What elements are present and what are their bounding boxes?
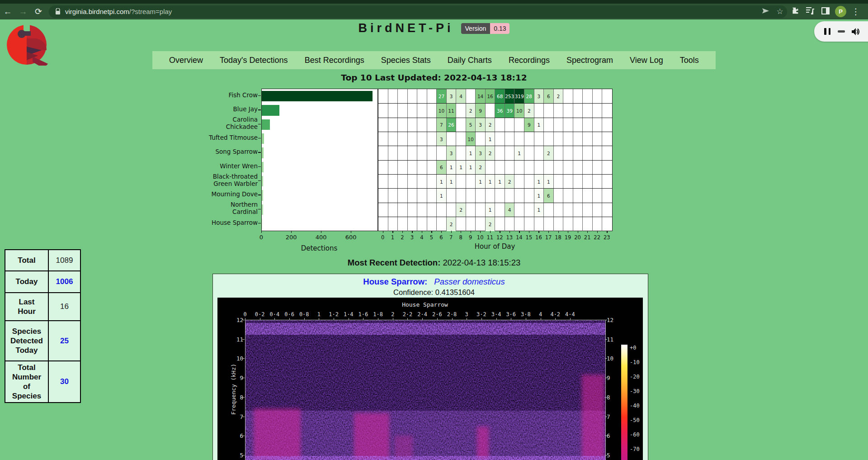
- heatmap-cell: [602, 161, 612, 175]
- stats-value[interactable]: 30: [49, 361, 80, 402]
- heatmap-cell: 2: [447, 217, 457, 231]
- volume-icon[interactable]: [851, 27, 861, 36]
- heatmap-cell: [437, 146, 447, 160]
- detection-common-name-link[interactable]: House Sparrow:: [363, 277, 427, 286]
- species-label: Fish Crow: [198, 92, 258, 99]
- heatmap-cell: [388, 203, 398, 217]
- nav-item-view-log[interactable]: View Log: [630, 56, 663, 65]
- heatmap-cell: [398, 189, 408, 203]
- top10-updated-text: Top 10 Last Updated: 2022-04-13 18:12: [0, 73, 868, 82]
- heatmap-cell: 2: [505, 175, 515, 189]
- heatmap-cell: 10: [466, 132, 476, 146]
- heatmap-cell: [583, 189, 593, 203]
- extensions-puzzle-icon[interactable]: [787, 6, 802, 17]
- heatmap-cell: [602, 189, 612, 203]
- spectrogram-y-tick-label-right: 12: [607, 317, 613, 323]
- detection-header: House Sparrow: Passer domesticus: [0, 277, 868, 287]
- detections-bar: [262, 218, 262, 229]
- spectrogram-x-tick: [467, 318, 467, 320]
- heatmap-cell: 2: [554, 89, 564, 103]
- heatmap-cell: [573, 104, 583, 118]
- hour-axis-tick: [538, 231, 539, 233]
- heatmap-cell: 9: [476, 104, 486, 118]
- heatmap-cell: 1: [466, 146, 476, 160]
- forward-icon[interactable]: →: [15, 7, 31, 17]
- spectrogram-x-tick: [349, 318, 349, 320]
- nav-item-tools[interactable]: Tools: [680, 56, 699, 65]
- spectrogram-x-tick: [555, 318, 556, 320]
- spectrogram-y-tick-label-right: 11: [607, 336, 613, 342]
- species-label: Tufted Titmouse: [198, 134, 258, 142]
- spectrogram-y-tick: [242, 436, 245, 436]
- spectrogram-x-tick-label: 1·4: [344, 311, 354, 318]
- hour-axis-tick: [490, 231, 491, 233]
- heatmap-cell: 3: [476, 118, 486, 132]
- heatmap-cell: [514, 118, 524, 132]
- heatmap-cell: [602, 217, 612, 231]
- nav-item-today-s-detections[interactable]: Today's Detections: [220, 56, 288, 65]
- heatmap-cell: [583, 161, 593, 175]
- hour-axis-tick: [548, 231, 549, 233]
- heatmap-cell: [466, 203, 476, 217]
- spectrogram-y-tick: [242, 320, 245, 320]
- hour-axis-tick: [500, 231, 500, 233]
- stats-value[interactable]: 25: [49, 321, 80, 360]
- heatmap-cell: 1: [486, 132, 495, 146]
- heatmap-cell: [583, 104, 593, 118]
- hour-axis-tick: [480, 231, 481, 233]
- heatmap-cell: [573, 132, 583, 146]
- spectrogram-x-tick-label: 4: [539, 311, 542, 318]
- nav-item-daily-charts[interactable]: Daily Charts: [448, 56, 492, 65]
- heatmap-cell: [505, 132, 515, 146]
- spectrogram-title: House Sparrow: [217, 301, 632, 308]
- pause-icon[interactable]: [824, 28, 830, 35]
- back-icon[interactable]: ←: [0, 7, 15, 17]
- heatmap-cell: [495, 217, 505, 231]
- hour-axis-tick: [587, 231, 588, 233]
- nav-item-overview[interactable]: Overview: [169, 56, 203, 65]
- heatmap-cell: [486, 161, 495, 175]
- heatmap-cell: [573, 217, 583, 231]
- profile-avatar[interactable]: P: [835, 6, 846, 17]
- heatmap-cell: [427, 203, 437, 217]
- detection-scientific-name-link[interactable]: Passer domesticus: [434, 277, 505, 286]
- spectrogram-x-tick-label: 0·6: [284, 311, 294, 318]
- heatmap-cell: [593, 146, 603, 160]
- heatmap-cell: 1: [447, 161, 457, 175]
- spectrogram-x-tick: [481, 318, 482, 320]
- spectrogram-x-tick: [496, 318, 497, 320]
- hour-axis-tick-label: 5: [430, 234, 433, 241]
- address-bar[interactable]: virginia.birdnetpi.com/?stream=play ☆: [49, 5, 787, 18]
- spectrogram-y-tick: [242, 417, 245, 417]
- media-controls-icon[interactable]: [802, 6, 818, 17]
- send-to-device-icon[interactable]: [758, 7, 773, 16]
- heatmap-cell: [563, 132, 573, 146]
- spectrogram-y-tick-label-right: 10: [607, 355, 613, 362]
- spectrogram-x-tick: [304, 318, 305, 320]
- spectrogram-x-tick-label: 4·4: [565, 311, 575, 318]
- heatmap-cell: [593, 89, 603, 103]
- detection-confidence: Confidence: 0.41351604: [0, 288, 868, 297]
- heatmap-cell: [417, 104, 427, 118]
- side-panel-icon[interactable]: [818, 7, 833, 17]
- heatmap-cell: [505, 118, 515, 132]
- nav-item-recordings[interactable]: Recordings: [509, 56, 550, 65]
- heatmap-cell: [378, 104, 388, 118]
- seek-handle[interactable]: [838, 30, 845, 33]
- nav-item-best-recordings[interactable]: Best Recordings: [305, 56, 364, 65]
- heatmap-cell: 1: [514, 146, 524, 160]
- hour-axis-tick-label: 0: [381, 234, 384, 241]
- heatmap-cell: [505, 161, 515, 175]
- lock-icon[interactable]: [55, 8, 61, 15]
- species-label: Northern Cardinal: [198, 201, 258, 216]
- bookmark-star-icon[interactable]: ☆: [773, 7, 787, 16]
- spectrogram-x-tick-label: 3·4: [491, 311, 501, 318]
- heatmap-row: 61112: [378, 160, 612, 175]
- nav-item-spectrogram[interactable]: Spectrogram: [566, 56, 613, 65]
- heatmap-cell: 1: [476, 175, 486, 189]
- heatmap-cell: 1: [534, 189, 544, 203]
- reload-icon[interactable]: ⟳: [31, 6, 46, 17]
- nav-item-species-stats[interactable]: Species Stats: [381, 56, 431, 65]
- browser-menu-icon[interactable]: ⋮: [848, 6, 863, 17]
- spectrogram-x-tick: [245, 318, 245, 320]
